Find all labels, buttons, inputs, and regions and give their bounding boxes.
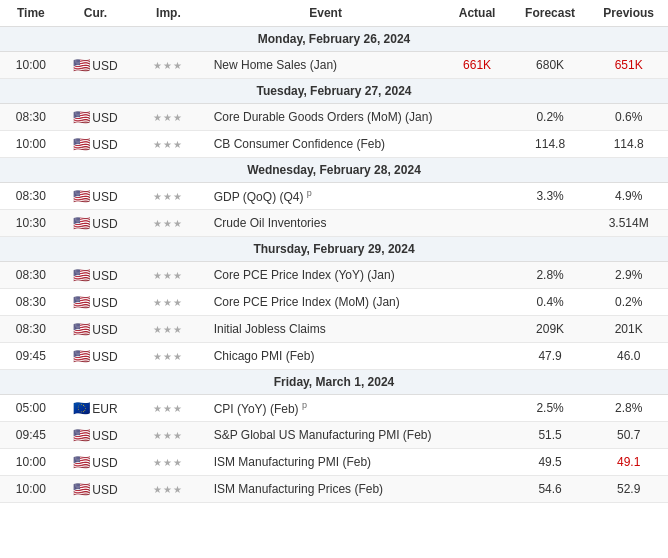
importance-cell: ★★★ [129, 52, 208, 79]
forecast-cell: 2.8% [511, 262, 590, 289]
country-flag: 🇺🇸 [73, 57, 90, 73]
previous-cell: 201K [589, 316, 668, 343]
importance-stars: ★★★ [153, 484, 183, 495]
currency-cell: 🇪🇺EUR [62, 395, 129, 422]
header-previous: Previous [589, 0, 668, 27]
section-header-3: Thursday, February 29, 2024 [0, 237, 668, 262]
currency-code: USD [92, 59, 117, 73]
forecast-cell: 680K [511, 52, 590, 79]
currency-cell: 🇺🇸USD [62, 210, 129, 237]
currency-cell: 🇺🇸USD [62, 183, 129, 210]
header-importance: Imp. [129, 0, 208, 27]
event-cell: Core PCE Price Index (YoY) (Jan) [208, 262, 444, 289]
forecast-cell: 47.9 [511, 343, 590, 370]
event-cell: Core Durable Goods Orders (MoM) (Jan) [208, 104, 444, 131]
forecast-cell: 0.4% [511, 289, 590, 316]
previous-value: 49.1 [617, 455, 640, 469]
table-row: 05:00🇪🇺EUR★★★CPI (YoY) (Feb) p2.5%2.8% [0, 395, 668, 422]
importance-cell: ★★★ [129, 262, 208, 289]
importance-stars: ★★★ [153, 191, 183, 202]
currency-cell: 🇺🇸USD [62, 131, 129, 158]
importance-cell: ★★★ [129, 131, 208, 158]
time-cell: 08:30 [0, 316, 62, 343]
importance-stars: ★★★ [153, 218, 183, 229]
previous-cell: 49.1 [589, 449, 668, 476]
actual-cell [443, 183, 510, 210]
table-row: 10:00🇺🇸USD★★★New Home Sales (Jan)661K680… [0, 52, 668, 79]
forecast-cell [511, 210, 590, 237]
currency-code: USD [92, 296, 117, 310]
revised-indicator: p [307, 188, 312, 198]
time-cell: 10:00 [0, 449, 62, 476]
actual-cell [443, 210, 510, 237]
currency-code: USD [92, 323, 117, 337]
actual-cell [443, 422, 510, 449]
event-cell: ISM Manufacturing PMI (Feb) [208, 449, 444, 476]
table-row: 08:30🇺🇸USD★★★Core Durable Goods Orders (… [0, 104, 668, 131]
importance-cell: ★★★ [129, 476, 208, 503]
currency-cell: 🇺🇸USD [62, 262, 129, 289]
event-cell: New Home Sales (Jan) [208, 52, 444, 79]
importance-cell: ★★★ [129, 316, 208, 343]
country-flag: 🇺🇸 [73, 215, 90, 231]
currency-cell: 🇺🇸USD [62, 422, 129, 449]
table-row: 10:00🇺🇸USD★★★CB Consumer Confidence (Feb… [0, 131, 668, 158]
country-flag: 🇺🇸 [73, 348, 90, 364]
currency-code: USD [92, 350, 117, 364]
actual-cell [443, 343, 510, 370]
actual-cell [443, 395, 510, 422]
importance-cell: ★★★ [129, 183, 208, 210]
currency-code: USD [92, 456, 117, 470]
currency-cell: 🇺🇸USD [62, 52, 129, 79]
importance-cell: ★★★ [129, 104, 208, 131]
section-header-0: Monday, February 26, 2024 [0, 27, 668, 52]
currency-code: USD [92, 111, 117, 125]
importance-stars: ★★★ [153, 60, 183, 71]
time-cell: 10:30 [0, 210, 62, 237]
actual-cell [443, 476, 510, 503]
header-currency: Cur. [62, 0, 129, 27]
importance-cell: ★★★ [129, 210, 208, 237]
importance-cell: ★★★ [129, 422, 208, 449]
time-cell: 05:00 [0, 395, 62, 422]
importance-cell: ★★★ [129, 343, 208, 370]
previous-cell: 2.9% [589, 262, 668, 289]
currency-cell: 🇺🇸USD [62, 316, 129, 343]
table-row: 10:00🇺🇸USD★★★ISM Manufacturing Prices (F… [0, 476, 668, 503]
currency-code: USD [92, 138, 117, 152]
event-cell: GDP (QoQ) (Q4) p [208, 183, 444, 210]
importance-cell: ★★★ [129, 395, 208, 422]
country-flag: 🇺🇸 [73, 481, 90, 497]
actual-cell [443, 449, 510, 476]
event-cell: CB Consumer Confidence (Feb) [208, 131, 444, 158]
time-cell: 08:30 [0, 104, 62, 131]
forecast-cell: 51.5 [511, 422, 590, 449]
table-row: 10:30🇺🇸USD★★★Crude Oil Inventories3.514M [0, 210, 668, 237]
currency-cell: 🇺🇸USD [62, 289, 129, 316]
previous-cell: 3.514M [589, 210, 668, 237]
header-actual: Actual [443, 0, 510, 27]
table-row: 09:45🇺🇸USD★★★S&P Global US Manufacturing… [0, 422, 668, 449]
importance-cell: ★★★ [129, 449, 208, 476]
time-cell: 10:00 [0, 52, 62, 79]
forecast-cell: 0.2% [511, 104, 590, 131]
forecast-cell: 114.8 [511, 131, 590, 158]
country-flag: 🇺🇸 [73, 188, 90, 204]
currency-code: EUR [92, 402, 117, 416]
table-row: 09:45🇺🇸USD★★★Chicago PMI (Feb)47.946.0 [0, 343, 668, 370]
importance-stars: ★★★ [153, 324, 183, 335]
event-cell: ISM Manufacturing Prices (Feb) [208, 476, 444, 503]
importance-stars: ★★★ [153, 139, 183, 150]
event-cell: Crude Oil Inventories [208, 210, 444, 237]
importance-stars: ★★★ [153, 297, 183, 308]
previous-cell: 50.7 [589, 422, 668, 449]
country-flag: 🇺🇸 [73, 109, 90, 125]
currency-cell: 🇺🇸USD [62, 104, 129, 131]
event-cell: S&P Global US Manufacturing PMI (Feb) [208, 422, 444, 449]
currency-code: USD [92, 483, 117, 497]
actual-cell [443, 289, 510, 316]
country-flag: 🇺🇸 [73, 321, 90, 337]
country-flag: 🇪🇺 [73, 400, 90, 416]
forecast-cell: 49.5 [511, 449, 590, 476]
actual-cell [443, 316, 510, 343]
